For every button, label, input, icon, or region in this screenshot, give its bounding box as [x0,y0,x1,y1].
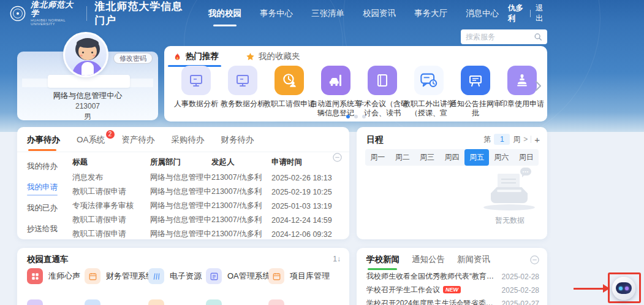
news-item[interactable]: 学校召开2024年度民主生活会暨省委巡视整改专题民主生... 2025-02-2… [366,298,539,305]
avatar-fringe [77,39,99,48]
news-item[interactable]: 我校师生收看全国优秀教师代表“教育家精神”2025年巡... 2025-02-2… [366,271,539,282]
avatar[interactable] [63,32,108,77]
nav-affairs-hall[interactable]: 事务大厅 [414,0,447,27]
shortcut-tile-partial[interactable] [206,299,222,305]
shortcut-oa-system[interactable]: OA管理系统 [206,268,271,284]
side-tab-my-done[interactable]: 我的已办 [27,203,65,215]
apps-panel: 热门推荐 我的收藏夹 人事数据分析 教务数据分析 [164,46,547,122]
avatar-cheek [93,55,96,56]
table-row[interactable]: 教职工请假申请 网络与信息管理中 213007/仇多利 2024-12-06 0… [72,227,341,241]
col-department: 所属部门 [150,157,211,168]
tab-pending-tasks[interactable]: 办事待办 [27,134,60,151]
news-item[interactable]: 学校召开学生工作会议NEW 2025-02-28 [366,285,539,295]
change-password-button[interactable]: 修改密码 [113,53,153,64]
ai-assistant-button[interactable] [612,277,635,300]
search-input[interactable] [466,33,534,41]
star-icon [246,52,255,61]
tabs-divider [17,152,349,152]
apps-tabs: 热门推荐 我的收藏夹 [173,51,327,64]
tab-notices[interactable]: 通知公告 [412,254,445,270]
shortcut-label: 项目库管理 [290,271,330,282]
table-row[interactable]: 专项法律事务审核 网络与信息管理中 213007/仇多利 2025-01-03 … [72,199,341,213]
news-panel: 学校新闻 通知公告 新闻资讯 我校师生收看全国优秀教师代表“教育家精神”2025… [357,248,547,305]
day-thursday[interactable]: 周四 [439,149,464,166]
table-row[interactable]: 消息发布 网络与信息管理中 213007/仇多利 2025-02-26 18:1… [72,171,341,185]
logo-english: HUAIBEI NORMAL UNIVERSITY [31,18,79,26]
shortcut-tile-partial[interactable] [27,299,43,305]
app-academic-data-analysis[interactable]: 教务数据分析 [219,66,266,118]
avatar-eye [91,52,93,53]
day-sunday[interactable]: 周日 [514,149,539,166]
portal-title: 淮北师范大学信息门户 [94,0,183,28]
app-gate-vehicle-registration[interactable]: 自动道闸系统车辆信息登记 [313,66,359,118]
main-nav: 我的校园 事务中心 三张清单 校园资讯 事务大厅 消息中心 [199,0,508,27]
day-tuesday[interactable]: 周二 [390,149,414,166]
monitor-icon [181,66,211,95]
tab-asset-tasks[interactable]: 资产待办 [122,134,155,151]
shortcut-tile-partial[interactable] [85,299,100,305]
avatar-eye [82,52,84,53]
app-staff-leave-request[interactable]: 教职工请假申请 [266,66,313,118]
shortcut-huaishi-voice[interactable]: 淮师心声 [27,268,80,284]
shortcut-e-resources[interactable]: 电子资源 [148,268,202,284]
user-area: 仇多利 退出 [508,3,547,24]
username[interactable]: 仇多利 [508,3,525,24]
tab-purchase-tasks[interactable]: 采购待办 [172,134,205,151]
shortcut-project-library[interactable]: 项目库管理 [268,268,330,284]
tab-hot-recommend[interactable]: 热门推荐 [173,51,219,64]
schedule-empty-state: ••• 暂无数据 [482,168,537,229]
pager-dot[interactable] [346,115,350,118]
dots-bubble-icon: ••• [520,168,531,176]
app-academic-conference[interactable]: 学术会议（含研讨会、读书 [359,66,406,118]
shortcut-tile-partial[interactable] [148,299,164,305]
shortcut-tile-partial[interactable] [268,299,284,305]
cell-dept: 网络与信息管理中 [150,215,211,225]
cell-time: 2025-02-19 10:25 [271,188,341,196]
news-date: 2025-02-28 [502,272,539,281]
cell-dept: 网络与信息管理中 [150,187,211,197]
pager-dot[interactable] [354,115,358,118]
day-monday[interactable]: 周一 [365,149,390,166]
sort-icon[interactable]: 1↓ [333,255,341,263]
side-tab-my-applications[interactable]: 我的申请 [27,182,65,195]
cell-title: 教职工请假申请 [72,215,150,225]
nav-my-campus[interactable]: 我的校园 [208,0,241,27]
app-hr-data-analysis[interactable]: 人事数据分析 [173,66,219,118]
collapse-icon[interactable] [530,255,539,264]
apps-pagination [346,115,366,118]
nav-three-lists[interactable]: 三张清单 [311,0,344,27]
add-schedule-icon[interactable]: + [534,134,540,145]
logout-link[interactable]: 退出 [536,3,547,24]
nav-message-center[interactable]: 消息中心 [466,0,499,27]
table-row[interactable]: 教职工请假申请 网络与信息管理中 213007/仇多利 2025-02-19 1… [72,185,341,199]
day-wednesday[interactable]: 周三 [415,149,439,166]
side-tab-cc-to-me[interactable]: 抄送给我 [27,224,65,236]
week-number-input[interactable]: 1 [494,134,510,145]
cell-sender: 213007/仇多利 [211,229,271,239]
col-sender: 发起人 [211,157,271,168]
tab-oa-system[interactable]: OA系统 2 [77,134,105,151]
side-tab-my-todo[interactable]: 我的待办 [27,161,65,174]
tab-school-news[interactable]: 学校新闻 [366,254,400,270]
cell-time: 2024-12-24 14:59 [271,216,341,225]
shortcuts-title: 校园直通车 [27,254,69,265]
news-date: 2025-02-28 [502,286,539,295]
day-saturday[interactable]: 周六 [489,149,513,166]
app-label: 印章使用申请 [496,99,548,118]
nav-campus-info[interactable]: 校园资讯 [363,0,396,27]
table-row[interactable]: 教职工请假申请 网络与信息管理中 213007/仇多利 2024-12-24 1… [72,213,341,227]
tab-finance-tasks[interactable]: 财务待办 [221,134,254,151]
nav-affairs-center[interactable]: 事务中心 [260,0,293,27]
tab-news-info[interactable]: 新闻资讯 [457,254,490,270]
tab-my-favorites[interactable]: 我的收藏夹 [246,51,300,64]
app-notice-posting-approval[interactable]: 通知公告挂网审批 [452,66,499,118]
pager-dot[interactable] [362,115,366,118]
app-staff-outside-lecture[interactable]: 教职工外出讲学（授课、宣 [406,66,452,118]
app-label: 教职工请假申请 [263,99,315,118]
shortcut-finance-system[interactable]: 财务管理系统 [85,268,154,284]
search-icon[interactable] [534,33,542,41]
day-friday[interactable]: 周五 [464,149,489,166]
next-week-icon[interactable]: > [523,135,528,144]
app-label: 通知公告挂网审批 [450,99,501,118]
next-page-icon[interactable] [535,80,542,94]
